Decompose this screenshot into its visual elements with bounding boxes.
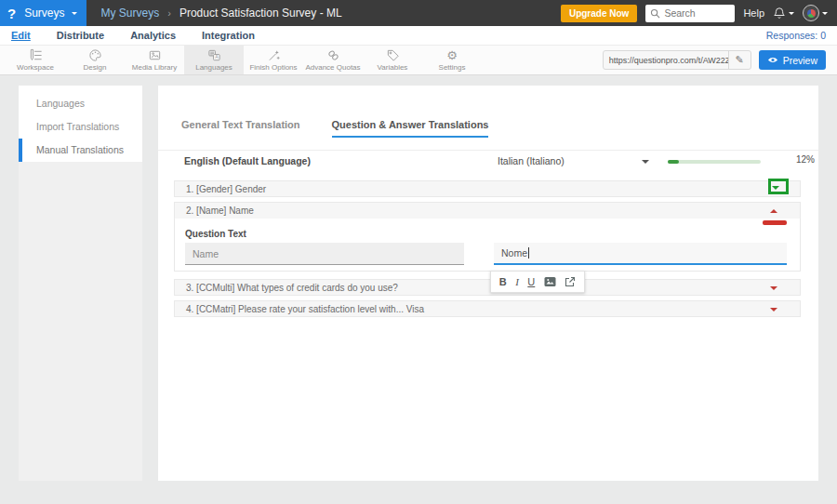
target-language-select[interactable]: Italian (Italiano) [498, 155, 565, 166]
question-label: 1. [Gender] Gender [175, 184, 266, 194]
source-text-input[interactable] [185, 243, 464, 265]
preview-label: Preview [783, 55, 817, 66]
eye-icon [767, 56, 778, 64]
image-icon [544, 276, 556, 287]
responses-count[interactable]: Responses: 0 [766, 30, 826, 41]
translation-tabs: General Text Translation Question & Answ… [181, 119, 488, 138]
preview-button[interactable]: Preview [759, 50, 826, 70]
external-link-button[interactable] [565, 276, 576, 287]
tool-label: Variables [378, 63, 408, 72]
external-link-icon [565, 276, 576, 287]
question-text-label: Question Text [185, 229, 246, 239]
italic-button[interactable]: I [515, 276, 519, 287]
annotation-highlight-box [768, 179, 789, 194]
tool-workspace[interactable]: Workspace [6, 46, 65, 74]
expand-caret-icon[interactable] [770, 286, 777, 290]
translation-value: Nome [501, 247, 527, 259]
sidebar-item-manual-translations[interactable]: Manual Translations [19, 139, 142, 162]
survey-url-box: https://questionpro.com/t/AW22Zd1S1 ✎ [603, 50, 751, 70]
tool-label: Workspace [17, 63, 54, 72]
account-menu[interactable] [803, 5, 828, 21]
page-title: Product Satisfaction Survey - ML [179, 7, 342, 20]
translations-sidebar: Languages Import Translations Manual Tra… [19, 86, 142, 481]
expand-caret-icon[interactable] [770, 308, 777, 312]
menu-distribute[interactable]: Distribute [57, 30, 104, 41]
expand-caret-icon[interactable] [772, 186, 779, 190]
question-label: 4. [CCMatri] Please rate your satisfacti… [175, 304, 424, 314]
sidebar-filler [19, 162, 142, 481]
upgrade-button[interactable]: Upgrade Now [561, 5, 637, 22]
tool-label: Languages [195, 63, 232, 72]
sidebar-item-import-translations[interactable]: Import Translations [19, 115, 142, 139]
tool-variables[interactable]: Variables [363, 46, 422, 74]
notifications-button[interactable] [773, 7, 794, 20]
question-editor-panel: Question Text Nome [174, 219, 801, 272]
menu-analytics[interactable]: Analytics [130, 30, 176, 41]
questionpro-logo: ? [7, 6, 16, 21]
progress-fill [668, 160, 679, 164]
main-menu: Edit Distribute Analytics Integration Re… [0, 26, 837, 45]
workspace-icon [29, 48, 43, 62]
tool-advance-quotas[interactable]: Advance Quotas [303, 46, 363, 74]
svg-text:A: A [215, 54, 219, 60]
toolbar-right: https://questionpro.com/t/AW22Zd1S1 ✎ Pr… [603, 46, 837, 74]
underline-button[interactable]: U [527, 276, 535, 287]
chevron-down-icon [72, 12, 77, 15]
menu-edit[interactable]: Edit [11, 30, 31, 41]
question-label: 3. [CCMulti] What types of credit cards … [175, 283, 398, 293]
avatar [803, 5, 819, 21]
tab-question-answer-translations[interactable]: Question & Answer Translations [332, 119, 489, 138]
tool-finish-options[interactable]: Finish Options [244, 46, 303, 74]
pencil-icon: ✎ [736, 54, 744, 66]
edit-toolbar: Workspace Design Media Library A Languag… [0, 45, 837, 75]
insert-image-button[interactable] [544, 276, 556, 287]
question-row-ccmatri[interactable]: 4. [CCMatri] Please rate your satisfacti… [174, 300, 801, 317]
tool-languages[interactable]: A Languages [184, 46, 244, 74]
sidebar-item-languages[interactable]: Languages [19, 92, 142, 115]
question-label: 2. [Name] Name [175, 206, 254, 216]
tag-icon [386, 48, 400, 62]
question-row-ccmulti[interactable]: 3. [CCMulti] What types of credit cards … [174, 279, 801, 296]
tool-label: Advance Quotas [305, 63, 360, 72]
magic-wand-icon [267, 48, 281, 62]
header-actions: Upgrade Now Help [561, 5, 837, 22]
tab-general-text-translation[interactable]: General Text Translation [181, 119, 300, 138]
image-icon [148, 48, 162, 62]
chevron-down-icon[interactable] [642, 160, 649, 164]
search-input[interactable] [664, 7, 729, 19]
breadcrumb-my-surveys[interactable]: My Surveys [101, 7, 160, 20]
gear-icon: ⚙ [446, 48, 458, 62]
help-link[interactable]: Help [743, 7, 764, 19]
progress-percent-label: 12% [796, 154, 815, 165]
annotation-red-underline [763, 220, 787, 225]
bold-button[interactable]: B [499, 276, 507, 287]
question-row-gender[interactable]: 1. [Gender] Gender [174, 180, 801, 197]
collapse-caret-icon[interactable] [770, 209, 777, 213]
search-icon [650, 8, 660, 19]
bell-icon [773, 7, 786, 20]
surveys-product-menu[interactable]: ? Surveys [0, 0, 86, 26]
question-row-name[interactable]: 2. [Name] Name [174, 202, 801, 219]
search-box[interactable] [645, 5, 735, 22]
chain-links-icon [326, 48, 340, 62]
edit-url-button[interactable]: ✎ [728, 51, 751, 69]
breadcrumb-separator: › [167, 7, 171, 19]
translation-text-input[interactable]: Nome [494, 243, 787, 265]
menu-integration[interactable]: Integration [202, 30, 255, 41]
survey-url: https://questionpro.com/t/AW22Zd1S1 [604, 56, 728, 65]
tool-label: Media Library [132, 63, 177, 72]
tool-media-library[interactable]: Media Library [125, 46, 184, 74]
translation-progress-bar [668, 160, 761, 164]
text-cursor [528, 247, 529, 259]
product-label: Surveys [24, 7, 64, 20]
top-header: ? Surveys My Surveys › Product Satisfact… [0, 0, 837, 26]
tool-settings[interactable]: ⚙ Settings [422, 46, 482, 74]
translate-icon: A [207, 48, 221, 62]
tool-label: Settings [439, 63, 466, 72]
tool-label: Design [84, 63, 107, 72]
tool-design[interactable]: Design [65, 46, 125, 74]
source-language-label: English (Default Language) [184, 155, 311, 166]
chevron-down-icon [789, 12, 794, 15]
chevron-down-icon [822, 12, 828, 15]
palette-icon [88, 48, 102, 62]
